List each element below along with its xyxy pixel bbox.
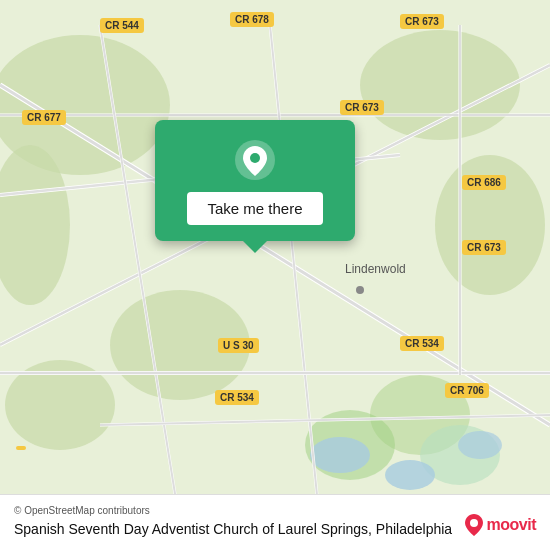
road-label-cr534-left: CR 534 <box>215 390 259 405</box>
location-pin-icon <box>233 138 277 182</box>
moovit-text: moovit <box>487 516 536 534</box>
svg-point-12 <box>458 431 502 459</box>
road-label-cr686-top: CR 686 <box>462 175 506 190</box>
svg-point-33 <box>250 153 260 163</box>
road-label-cr686-mid: CR 673 <box>462 240 506 255</box>
city-label-lindenwold: Lindenwold <box>345 262 406 276</box>
svg-point-10 <box>310 437 370 473</box>
popup-card: Take me there <box>155 120 355 241</box>
location-name: Spanish Seventh Day Adventist Church of … <box>14 520 536 538</box>
bottom-bar: © OpenStreetMap contributors Spanish Sev… <box>0 494 550 550</box>
road-label-cr706 <box>16 446 26 450</box>
road-label-us30: CR 534 <box>400 336 444 351</box>
road-label-cr673-mid: CR 673 <box>340 100 384 115</box>
road-label-cr673-bot: U S 30 <box>218 338 259 353</box>
take-me-there-button[interactable]: Take me there <box>187 192 322 225</box>
road-label-cr678: CR 678 <box>230 12 274 27</box>
moovit-logo: moovit <box>465 514 536 536</box>
road-label-cr673-top: CR 673 <box>400 14 444 29</box>
svg-point-11 <box>385 460 435 490</box>
map-container: CR 544 CR 678 CR 673 CR 677 CR 673 CR 68… <box>0 0 550 550</box>
map-background <box>0 0 550 550</box>
road-label-cr544: CR 544 <box>100 18 144 33</box>
svg-point-31 <box>356 286 364 294</box>
road-label-cr677: CR 677 <box>22 110 66 125</box>
svg-point-2 <box>360 30 520 140</box>
map-attribution: © OpenStreetMap contributors <box>14 505 536 516</box>
moovit-pin-icon <box>465 514 483 536</box>
svg-point-34 <box>470 519 478 527</box>
road-label-cr534-right: CR 706 <box>445 383 489 398</box>
